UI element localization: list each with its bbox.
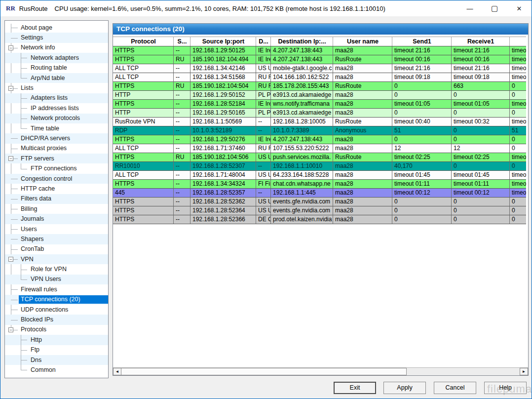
horizontal-scrollbar[interactable]: ◄ ► [113,367,528,375]
sidebar-item-vpn[interactable]: −VPN [5,254,108,264]
sidebar-item-blocked-ips[interactable]: Blocked IPs [5,315,108,324]
column-header-send1[interactable]: Send1 [392,37,452,46]
collapse-icon[interactable]: − [8,156,13,161]
sidebar-item-shapers[interactable]: Shapers [5,234,108,244]
collapse-icon[interactable]: − [8,45,13,50]
sidebar-item-network-protocols[interactable]: Network protocols [5,114,108,123]
table-row[interactable]: HTTPS--192.168.1.28:52362US USAevents.gf… [113,198,526,206]
cell-source: 192.168.1.34:34324 [190,180,256,189]
sidebar-item-journals[interactable]: Journals [5,214,108,224]
sidebar-item-time-table[interactable]: Time table [5,123,108,133]
sidebar-item-label: Multicast proxies [19,144,108,153]
sidebar-item-common[interactable]: Common [5,365,108,375]
cell-protocol: HTTPS [113,153,174,162]
help-button[interactable]: Help [484,382,527,394]
table-row[interactable]: ALL TCP--192.168.1.71:37460RU Russia107.… [113,144,526,153]
sidebar-item-protocols[interactable]: −Protocols [5,325,108,335]
column-header-d[interactable]: D... [256,37,271,46]
main-panel: TCP connections (20) ProtocolS...Source … [113,23,529,376]
sidebar-item-network-adapters[interactable]: Network adapters [5,53,108,63]
cell-receive1: timeout 00:32 [452,118,510,126]
table-row[interactable]: ALL TCP--192.168.1.34:42146US USAmobile-… [113,64,526,73]
close-icon[interactable]: ✕ [507,0,532,16]
sidebar-item-users[interactable]: Users [5,224,108,234]
app-window: RR RusRoute CPU usage: kernel=1.6%, user… [0,0,532,399]
sidebar-item-arp-nd-table[interactable]: Arp/Nd table [5,73,108,83]
sidebar-item-dhcp-ra-servers[interactable]: DHCP/RA servers [5,133,108,143]
sidebar-item-dns[interactable]: Dns [5,355,108,365]
sidebar-item-label: Arp/Nd table [29,74,108,82]
sidebar-item-about-page[interactable]: About page [5,23,108,33]
table-row[interactable]: HTTPS--192.168.1.29:50276IE Ireland4.207… [113,135,526,144]
column-header-destination[interactable]: Destination Ip:... [271,37,333,46]
collapse-icon[interactable]: − [8,257,13,262]
tree-line [11,219,18,220]
table-row[interactable]: RusRoute VPN--192.168.1.1:50569--192.168… [113,118,526,126]
cell-extra: 0 [510,82,526,91]
cancel-button[interactable]: Cancel [434,382,476,394]
column-header-s[interactable]: S... [174,37,190,46]
exit-button[interactable]: Exit [334,382,376,394]
table-row[interactable]: HTTPS--192.168.1.34:34324FI Finlandchat.… [113,180,526,189]
sidebar-tree: About pageSettings−Network infoNetwork a… [5,21,108,375]
cell-receive1: timeout 00:12 [452,189,510,198]
apply-button[interactable]: Apply [383,382,426,394]
sidebar-item-congestion-control[interactable]: Congestion control [5,174,108,184]
table-row[interactable]: ALL TCP--192.168.1.34:51568RU Russia104.… [113,73,526,82]
table-row[interactable]: HTTPSRU185.190.182.104:504RU Russia185.1… [113,82,526,91]
sidebar-item-http-cache[interactable]: HTTP cache [5,184,108,194]
cell-user: maa28 [333,206,392,215]
cell-receive1: timeout 02:25 [452,153,510,162]
table-row[interactable]: HTTPS--192.168.1.28:52184IE Irelandwns.n… [113,100,526,109]
column-header-extra[interactable] [510,37,526,46]
table-row[interactable]: HTTP--192.168.1.29:50165PL Polande3913.c… [113,109,526,118]
table-row[interactable]: HTTPSRU185.190.182.104:506US USApush.ser… [113,153,526,162]
sidebar-item-vpn-users[interactable]: VPN Users [5,275,108,284]
scrollbar-track[interactable] [407,368,520,375]
sidebar-item-ftp-servers[interactable]: −FTP servers [5,154,108,163]
sidebar-item-udp-connections[interactable]: UDP connections [5,305,108,315]
sidebar-item-role-for-vpn[interactable]: Role for VPN [5,264,108,274]
sidebar-item-multicast-proxies[interactable]: Multicast proxies [5,144,108,154]
table-row[interactable]: HTTP--192.168.1.29:50152PL Polande3913.c… [113,91,526,100]
maximize-icon[interactable]: ▢ [482,0,507,16]
scrollbar-thumb[interactable] [121,368,407,375]
sidebar-item-http[interactable]: Http [5,335,108,345]
collapse-icon[interactable]: − [8,86,13,91]
column-header-source[interactable]: Source Ip:port [190,37,256,46]
table-row[interactable]: HTTPS--192.168.1.28:52364US USAevents.gf… [113,206,526,215]
sidebar-item-settings[interactable]: Settings [5,33,108,42]
sidebar-item-lists[interactable]: −Lists [5,83,108,93]
table-row[interactable]: 445--192.168.1.28:52357--192.168.1.1:445… [113,189,526,198]
table-row[interactable]: ALL TCP--192.168.1.71:48004US USA64.233.… [113,171,526,180]
sidebar-item-routing-table[interactable]: Routing table [5,63,108,73]
table-row[interactable]: RR10010--192.168.1.28:52307--192.168.1.1… [113,162,526,171]
sidebar-item-adapters-lists[interactable]: Adapters lists [5,93,108,103]
table-row[interactable]: RDP--10.1.0.3:52189--10.1.0.7:3389Anonym… [113,126,526,135]
sidebar-item-crontab[interactable]: CronTab [5,244,108,254]
column-header-user[interactable]: User name [333,37,392,46]
sidebar-item-tcp-connections-20[interactable]: TCP connections (20) [5,295,108,305]
sidebar-item-billing[interactable]: Billing [5,204,108,214]
sidebar-item-ftp[interactable]: Ftp [5,345,108,355]
cell-protocol: HTTPS [113,82,174,91]
sidebar-item-network-info[interactable]: −Network info [5,43,108,53]
column-header-receive1[interactable]: Receive1 [452,37,510,46]
table-row[interactable]: HTTPS--192.168.1.29:50125IE Ireland4.207… [113,46,526,55]
tree-line [21,169,27,169]
scroll-right-icon[interactable]: ► [520,368,528,375]
sidebar-item-ip-addresses-lists[interactable]: IP addresses lists [5,103,108,113]
sidebar-item-firewall-rules[interactable]: Firewall rules [5,284,108,294]
collapse-icon[interactable]: − [8,327,13,332]
sidebar-item-label: Routing table [29,64,108,72]
tree-line [11,239,18,239]
tree-line [11,209,18,209]
sidebar-item-filters-data[interactable]: Filters data [5,194,108,204]
minimize-icon[interactable]: — [457,0,482,16]
sidebar-item-ftp-connections[interactable]: FTP connections [5,163,108,173]
table-row[interactable]: HTTPS--192.168.1.28:52366DE Germanyprod.… [113,215,526,224]
table-row[interactable]: HTTPSRU185.190.182.104:494IE Ireland4.20… [113,55,526,64]
scroll-left-icon[interactable]: ◄ [113,368,121,375]
column-header-protocol[interactable]: Protocol [113,37,174,46]
sidebar-item-label: Http [29,336,108,344]
